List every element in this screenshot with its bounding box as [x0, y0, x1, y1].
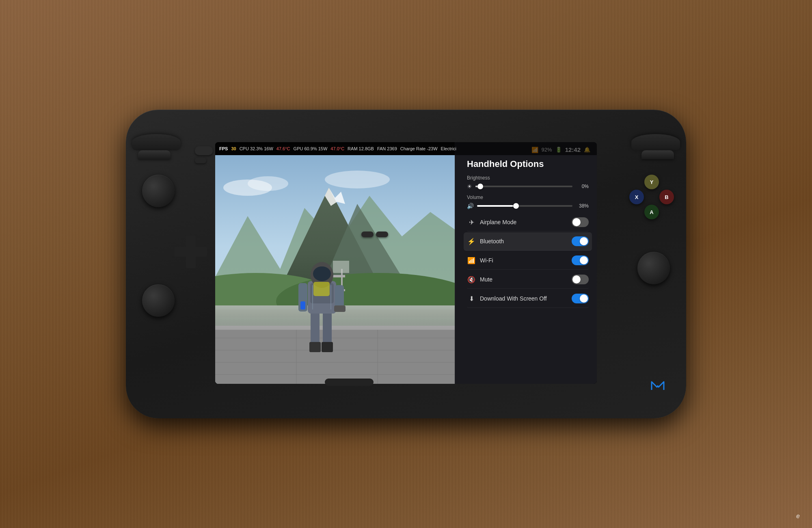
svg-rect-37 [313, 282, 330, 296]
hud-fps-value: 30 [231, 146, 236, 151]
bluetooth-toggle-knob [580, 237, 588, 245]
svg-rect-38 [300, 301, 305, 309]
hud-ram: RAM 12.8GB [348, 146, 374, 151]
top-left-button-2[interactable] [195, 158, 206, 163]
svg-rect-28 [309, 342, 321, 352]
device-screen: FPS 30 CPU 32.3% 16W 47.6°C GPU 60.9% 15… [215, 142, 597, 384]
top-left-button-1[interactable] [195, 146, 213, 155]
menu-body: Brightness ☀ 0% Volume 🔊 [459, 174, 597, 384]
hud-gpu: GPU 60.9% 15W [294, 146, 328, 151]
wifi-icon: 📶 [467, 257, 476, 264]
hud-cpu-temp: 47.6°C [276, 146, 290, 151]
download-toggle-knob [580, 294, 588, 303]
right-trigger[interactable] [631, 134, 680, 150]
hud-electric: Electrici [441, 146, 457, 151]
mute-icon: 🔇 [467, 276, 476, 283]
handheld-device: FPS 30 CPU 32.3% 16W 47.6°C GPU 60.9% 15… [126, 110, 686, 418]
quick-menu-panel: 📶 92% 🔋 12:42 🔔 Handheld Options Brightn… [459, 142, 597, 384]
download-icon: ⬇ [467, 295, 476, 303]
svg-rect-29 [322, 342, 333, 352]
hud-charge: Charge Rate -23W [400, 146, 438, 151]
svg-point-3 [325, 171, 390, 188]
volume-section-label: Volume [467, 195, 589, 200]
svg-rect-14 [333, 261, 349, 273]
a-button[interactable]: A [644, 205, 659, 219]
svg-point-2 [248, 176, 288, 191]
brightness-track[interactable] [475, 186, 572, 187]
left-bumper[interactable] [138, 150, 171, 159]
airplane-toggle[interactable] [572, 217, 589, 227]
back-strip[interactable] [325, 379, 374, 386]
volume-thumb [513, 203, 519, 209]
y-button[interactable]: Y [644, 175, 659, 189]
right-bumper[interactable] [641, 150, 674, 159]
left-trigger[interactable] [132, 134, 181, 150]
svg-rect-34 [334, 305, 346, 312]
x-button[interactable]: X [629, 190, 644, 204]
airplane-label: Airplane Mode [480, 219, 568, 225]
game-scene [215, 155, 459, 384]
mute-toggle[interactable] [572, 275, 589, 284]
left-joystick-top[interactable] [142, 175, 175, 207]
volume-fill [477, 205, 513, 207]
menu-title: Handheld Options [459, 157, 597, 174]
svg-rect-17 [215, 326, 459, 384]
volume-value: 38% [576, 203, 589, 209]
brand-logo [650, 380, 666, 394]
bluetooth-toggle[interactable] [572, 236, 589, 246]
airplane-icon: ✈ [467, 219, 476, 226]
right-joystick[interactable] [637, 252, 670, 284]
brightness-thumb [477, 184, 483, 189]
airplane-mode-row[interactable]: ✈ Airplane Mode [467, 213, 589, 232]
wifi-row[interactable]: 📶 Wi-Fi [467, 251, 589, 270]
wifi-toggle-knob [580, 256, 588, 264]
download-toggle[interactable] [572, 294, 589, 303]
bluetooth-label: Bluetooth [480, 238, 568, 245]
mute-label: Mute [480, 276, 568, 283]
volume-icon: 🔊 [467, 203, 474, 209]
left-joystick-bottom[interactable] [142, 284, 175, 317]
brightness-section-label: Brightness [467, 175, 589, 181]
view-button[interactable] [376, 232, 388, 237]
brightness-slider-row: ☀ 0% [467, 183, 589, 190]
volume-slider-row: 🔊 38% [467, 203, 589, 209]
menu-button[interactable] [361, 232, 374, 237]
dpad[interactable] [175, 236, 207, 268]
bluetooth-row[interactable]: ⚡ Bluetooth [464, 232, 592, 251]
wifi-toggle[interactable] [572, 255, 589, 265]
svg-point-36 [313, 266, 331, 281]
hud-fps-label: FPS [219, 146, 228, 151]
svg-rect-26 [311, 309, 320, 346]
brightness-value: 0% [576, 184, 589, 189]
bluetooth-icon: ⚡ [467, 238, 476, 245]
b-button[interactable]: B [659, 190, 674, 204]
download-screen-off-row[interactable]: ⬇ Download With Screen Off [467, 290, 589, 308]
svg-rect-27 [323, 309, 332, 346]
download-screen-off-label: Download With Screen Off [480, 295, 568, 302]
hud-cpu: CPU 32.3% 16W [240, 146, 273, 151]
hud-bar: FPS 30 CPU 32.3% 16W 47.6°C GPU 60.9% 15… [215, 142, 597, 155]
dpad-vertical[interactable] [186, 236, 196, 268]
center-buttons [361, 232, 388, 237]
watermark: e [796, 513, 800, 520]
airplane-toggle-knob [572, 218, 581, 226]
hud-fan: FAN 2369 [377, 146, 397, 151]
brightness-icon: ☀ [467, 183, 472, 190]
mute-toggle-knob [572, 275, 581, 283]
mute-row[interactable]: 🔇 Mute [467, 270, 589, 289]
hud-gpu-temp: 47.0°C [330, 146, 344, 151]
wifi-label: Wi-Fi [480, 257, 568, 264]
volume-track[interactable] [477, 205, 572, 207]
abxy-group: Y B A X [629, 175, 674, 219]
